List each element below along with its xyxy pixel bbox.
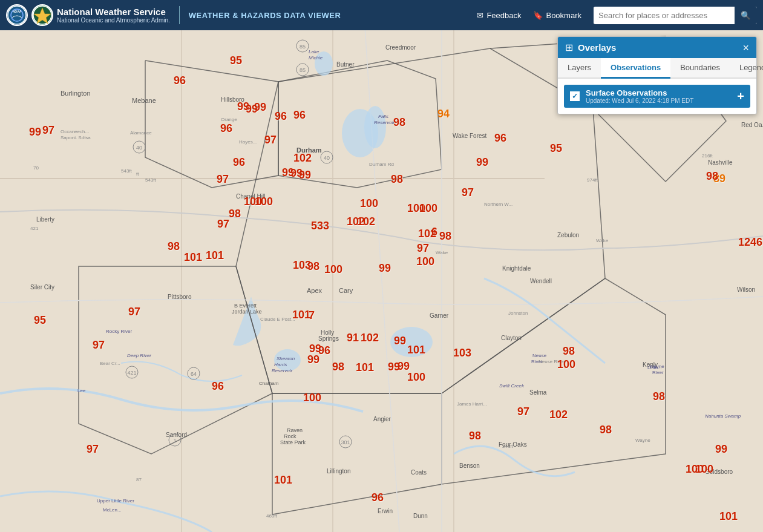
svg-text:Upper Little River: Upper Little River bbox=[97, 498, 134, 504]
svg-text:85: 85 bbox=[300, 44, 306, 50]
svg-text:Jordan Lake: Jordan Lake bbox=[232, 309, 262, 315]
svg-text:Chatham: Chatham bbox=[259, 381, 279, 386]
feedback-label: Feedback bbox=[486, 11, 521, 20]
svg-text:421: 421 bbox=[127, 370, 136, 376]
svg-text:Coats: Coats bbox=[411, 469, 427, 476]
svg-text:Swift Creek: Swift Creek bbox=[499, 383, 525, 389]
svg-text:469ft: 469ft bbox=[266, 513, 278, 519]
overlay-tabs: Layers Observations Boundaries Legend bbox=[558, 58, 756, 79]
surface-obs-add-button[interactable]: + bbox=[737, 90, 744, 103]
svg-text:Pittsboro: Pittsboro bbox=[168, 294, 192, 300]
svg-text:Lee: Lee bbox=[77, 388, 86, 393]
svg-text:Bear Cr...: Bear Cr... bbox=[100, 361, 120, 366]
svg-text:Durham Rd: Durham Rd bbox=[369, 162, 394, 167]
svg-text:85: 85 bbox=[300, 67, 306, 73]
svg-text:Sanford: Sanford bbox=[166, 432, 187, 438]
svg-text:1: 1 bbox=[173, 438, 176, 444]
svg-point-7 bbox=[390, 327, 433, 357]
overlay-title: Overlays bbox=[578, 42, 616, 53]
tab-legend[interactable]: Legend bbox=[730, 58, 763, 79]
svg-text:Springs: Springs bbox=[318, 335, 339, 342]
svg-text:Erwin: Erwin bbox=[378, 508, 393, 514]
svg-text:NOAA: NOAA bbox=[13, 10, 22, 13]
svg-text:Shearon: Shearon bbox=[277, 356, 295, 361]
svg-text:Red Oa...: Red Oa... bbox=[741, 122, 763, 128]
svg-text:State Park: State Park bbox=[280, 439, 306, 445]
header-app-name: WEATHER & HAZARDS DATA VIEWER bbox=[189, 11, 341, 20]
svg-text:Wake: Wake bbox=[596, 238, 609, 243]
search-input[interactable] bbox=[594, 7, 735, 24]
svg-text:421: 421 bbox=[30, 226, 39, 231]
feedback-icon: ✉ bbox=[477, 11, 483, 20]
svg-text:Wake: Wake bbox=[436, 250, 448, 255]
main-title: National Weather Service bbox=[57, 7, 170, 17]
header-divider bbox=[179, 6, 180, 24]
bookmark-label: Bookmark bbox=[546, 11, 581, 20]
svg-text:216ft: 216ft bbox=[702, 153, 713, 159]
svg-text:70: 70 bbox=[33, 165, 39, 171]
svg-text:Clayton: Clayton bbox=[501, 335, 522, 341]
tab-layers[interactable]: Layers bbox=[558, 58, 601, 79]
svg-text:ft: ft bbox=[136, 171, 139, 177]
svg-text:Reservoir: Reservoir bbox=[374, 120, 395, 125]
surface-observations-row[interactable]: ✓ Surface Observations Updated: Wed Jul … bbox=[564, 85, 750, 108]
svg-text:Michie: Michie bbox=[309, 55, 323, 61]
overlay-header: ⊞ Overlays × bbox=[558, 37, 756, 58]
search-button[interactable]: 🔍 bbox=[735, 7, 757, 24]
svg-text:Wake Forest: Wake Forest bbox=[453, 133, 487, 139]
svg-text:Neuse: Neuse bbox=[532, 353, 547, 358]
svg-text:Nahunta Swamp: Nahunta Swamp bbox=[705, 413, 741, 419]
svg-text:40: 40 bbox=[136, 145, 142, 151]
surface-obs-checkbox[interactable]: ✓ bbox=[570, 91, 580, 101]
sub-title: National Oceanic and Atmospheric Admin. bbox=[57, 17, 170, 24]
svg-text:Garner: Garner bbox=[430, 312, 449, 319]
svg-text:Wayne: Wayne bbox=[649, 364, 664, 369]
surface-obs-info: Surface Observations Updated: Wed Jul 6,… bbox=[586, 88, 731, 104]
svg-text:Wilson: Wilson bbox=[737, 286, 755, 293]
header-title: National Weather Service National Oceani… bbox=[57, 7, 170, 24]
svg-text:Orange: Orange bbox=[221, 117, 237, 122]
svg-text:Saponi. Sdtsa: Saponi. Sdtsa bbox=[61, 135, 91, 140]
svg-text:Durham: Durham bbox=[296, 146, 322, 154]
svg-text:Hillsboro: Hillsboro bbox=[221, 96, 244, 103]
svg-text:Mebane: Mebane bbox=[132, 97, 156, 104]
svg-text:Goldsboro: Goldsboro bbox=[705, 468, 733, 475]
svg-text:Chapel Hill: Chapel Hill bbox=[236, 193, 265, 200]
svg-text:Cary: Cary bbox=[339, 287, 353, 294]
svg-text:Wayne: Wayne bbox=[635, 438, 650, 443]
svg-text:Rocky River: Rocky River bbox=[106, 329, 132, 334]
svg-point-15 bbox=[364, 106, 386, 148]
svg-text:Four Oaks: Four Oaks bbox=[499, 441, 527, 448]
svg-text:River: River bbox=[531, 359, 543, 364]
surface-obs-subtitle: Updated: Wed Jul 6, 2022 4:18 PM EDT bbox=[586, 97, 731, 104]
checkbox-check: ✓ bbox=[572, 92, 578, 100]
svg-text:64: 64 bbox=[191, 371, 197, 377]
surface-obs-title: Surface Observations bbox=[586, 88, 731, 97]
svg-text:Rock: Rock bbox=[284, 433, 296, 439]
tab-boundaries[interactable]: Boundaries bbox=[670, 58, 730, 79]
overlay-close-button[interactable]: × bbox=[742, 42, 749, 53]
svg-text:Liberty: Liberty bbox=[36, 216, 54, 223]
svg-text:Falls: Falls bbox=[378, 114, 388, 119]
svg-text:Hayes...: Hayes... bbox=[239, 139, 257, 145]
svg-text:543ft: 543ft bbox=[121, 168, 133, 174]
feedback-link[interactable]: ✉ Feedback bbox=[477, 11, 521, 20]
header-right: ✉ Feedback 🔖 Bookmark 🔍 bbox=[477, 7, 757, 24]
svg-text:Lake: Lake bbox=[309, 49, 319, 54]
svg-text:301: 301 bbox=[341, 439, 350, 445]
svg-text:Raven: Raven bbox=[287, 427, 303, 433]
tab-observations[interactable]: Observations bbox=[601, 58, 670, 79]
svg-text:Zebulon: Zebulon bbox=[557, 232, 579, 238]
svg-text:Deep River: Deep River bbox=[127, 353, 151, 358]
svg-text:Dunn: Dunn bbox=[413, 513, 428, 519]
bookmark-link[interactable]: 🔖 Bookmark bbox=[533, 11, 581, 20]
svg-text:87: 87 bbox=[136, 477, 142, 482]
svg-text:Siler City: Siler City bbox=[30, 284, 54, 291]
svg-text:Alamance: Alamance bbox=[130, 130, 152, 136]
svg-text:Reservoir: Reservoir bbox=[272, 368, 293, 373]
svg-text:Angier: Angier bbox=[373, 416, 391, 422]
search-bar: 🔍 bbox=[594, 7, 757, 24]
svg-text:Johnston: Johnston bbox=[508, 310, 528, 316]
overlay-header-left: ⊞ Overlays bbox=[565, 42, 616, 53]
bookmark-icon: 🔖 bbox=[533, 11, 543, 20]
